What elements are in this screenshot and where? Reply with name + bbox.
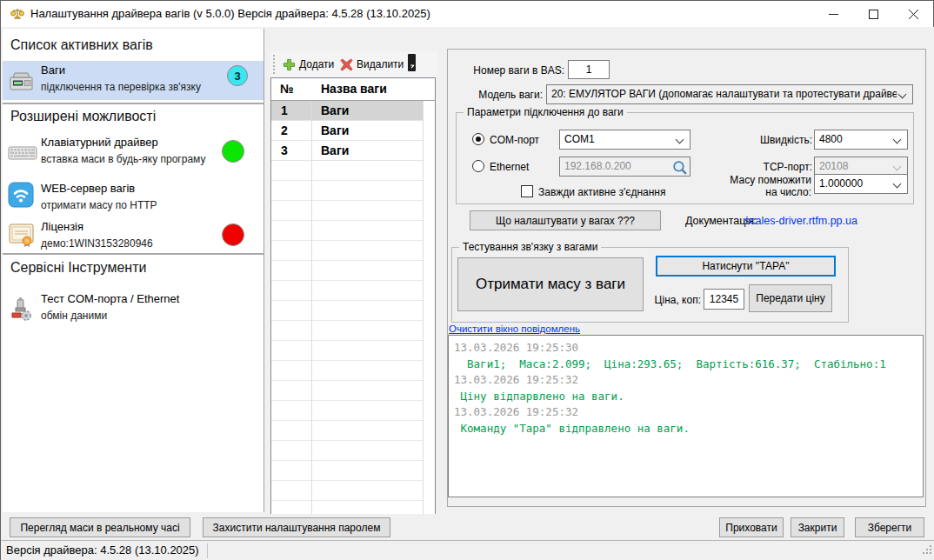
list-toolbar: Додати Видалити: [270, 51, 437, 77]
sidebar-item-title: Тест COM-порта / Ethernet: [41, 292, 179, 305]
hide-button[interactable]: Приховати: [719, 517, 784, 537]
toolbar-grip: [273, 55, 275, 74]
sidebar-item-title: Ліцензія: [41, 220, 83, 233]
mass-multiplier-select[interactable]: 1.000000: [814, 174, 908, 194]
add-scale-button[interactable]: Додати: [283, 54, 334, 75]
wifi-icon: [8, 182, 34, 211]
sidebar-item-subtitle: демо:1WIN3153280946: [41, 237, 153, 250]
section-active-scales: Список активних вагів: [10, 37, 153, 53]
mass-multiplier-value: 1.000000: [819, 177, 891, 190]
section-advanced: Розширені можливості: [10, 109, 156, 124]
row-name: Ваги: [321, 123, 349, 137]
chevron-down-icon: [893, 163, 902, 171]
maximize-button[interactable]: [853, 1, 893, 27]
com-port-radio-label[interactable]: COM-порт: [490, 134, 539, 146]
status-indicator-red: [222, 223, 244, 246]
sidebar-item-subtitle: вставка маси в будь-яку програму: [41, 153, 205, 165]
scales-list-panel: Додати Видалити № Назва ваги 1 Ваги: [270, 51, 437, 531]
always-active-label[interactable]: Завжди активне з'єднання: [538, 186, 665, 198]
price-input[interactable]: [704, 289, 744, 310]
search-icon[interactable]: [671, 159, 688, 179]
empty-grid-rows: [271, 161, 424, 530]
resize-grip[interactable]: [922, 543, 932, 558]
bas-number-input[interactable]: [568, 60, 610, 79]
sidebar-item-com-test[interactable]: Тест COM-порта / Ethernet обмін даними: [3, 290, 264, 324]
sidebar-item-license[interactable]: Ліцензія демо:1WIN3153280946: [3, 217, 264, 252]
ethernet-radio-label[interactable]: Ethernet: [490, 161, 529, 173]
log-timestamp: 13.03.2026 19:25:30: [454, 340, 917, 357]
table-row[interactable]: 3 Ваги: [271, 141, 424, 161]
scale-settings-panel: Номер ваги в BAS: Модель ваги: 20: ЕМУЛЯ…: [447, 49, 926, 507]
chevron-down-icon: [893, 136, 902, 144]
what-to-configure-button[interactable]: Що налаштувати у вагах ???: [470, 210, 661, 230]
sidebar-item-title: WEB-сервер вагів: [41, 182, 135, 195]
close-app-button[interactable]: Закрити: [791, 517, 844, 537]
message-log: 13.03.2026 19:25:30 Ваги1; Маса:2.099; Ц…: [448, 335, 924, 497]
clear-log-link[interactable]: Очистити вікно повідомлень: [449, 323, 580, 334]
tcp-port-value: 20108: [819, 160, 891, 172]
toolbar-overflow-icon[interactable]: [405, 53, 418, 74]
multiply-mass-label: Масу помножити на число:: [724, 174, 811, 198]
scales-app-icon: [10, 7, 24, 21]
keyboard-icon: [8, 143, 37, 166]
always-active-checkbox[interactable]: [521, 185, 533, 197]
log-message: Команду "Тара" відправлено на ваги.: [454, 421, 917, 437]
log-timestamp: 13.03.2026 19:25:32: [454, 372, 917, 389]
save-button[interactable]: Зберегти: [855, 517, 924, 537]
model-label: Модель ваги:: [457, 89, 543, 101]
sidebar-item-keyboard-driver[interactable]: Клавіатурний драйвер вставка маси в будь…: [3, 133, 264, 170]
row-name: Ваги: [321, 143, 349, 157]
speed-value: 4800: [819, 133, 891, 145]
scale-model-select[interactable]: 20: ЕМУЛЯТОР ВАГИ (допомагає налаштувати…: [546, 84, 913, 104]
sidebar-item-web-server[interactable]: WEB-сервер вагів отримати масу по HTTP: [3, 179, 264, 216]
realtime-mass-button[interactable]: Перегляд маси в реальному часі: [10, 517, 190, 537]
remove-scale-button[interactable]: Видалити: [340, 54, 404, 75]
sidebar-item-subtitle: підключення та перевірка зв'язку: [41, 81, 201, 93]
connection-group-title: Параметри підключення до ваги: [464, 106, 627, 118]
connection-test-group: Тестування зв'язку з вагами Отримати мас…: [451, 247, 849, 323]
sidebar-item-scales[interactable]: Ваги підключення та перевірка зв'язку 3: [3, 61, 264, 100]
protect-settings-button[interactable]: Захистити налаштування паролем: [203, 517, 390, 537]
close-button[interactable]: [893, 1, 933, 27]
get-mass-button[interactable]: Отримати масу з ваги: [457, 257, 644, 311]
sidebar-item-title: Клавіатурний драйвер: [41, 136, 158, 149]
row-name: Ваги: [321, 103, 349, 117]
speed-select[interactable]: 4800: [814, 130, 908, 150]
chevron-down-icon: [676, 136, 684, 144]
col-header-number: №: [280, 82, 294, 96]
table-row[interactable]: 2 Ваги: [271, 121, 424, 141]
press-tara-button[interactable]: Натиснути "ТАРА": [656, 256, 836, 277]
documentation-link[interactable]: scales-driver.rtfm.pp.ua: [744, 215, 857, 227]
add-icon: [283, 58, 296, 71]
divider: [3, 103, 264, 104]
connection-params-group: Параметри підключення до ваги COM-порт C…: [456, 112, 914, 204]
price-label: Ціна, коп:: [650, 294, 701, 306]
active-scales-count-badge: 3: [227, 65, 248, 86]
main-content: Список активних вагів Ваги підключення т…: [1, 27, 934, 514]
status-bar: Версія драйвера: 4.5.28 (13.10.2025): [1, 540, 934, 560]
add-label: Додати: [299, 58, 334, 70]
sidebar: Список активних вагів Ваги підключення т…: [3, 29, 264, 512]
ip-address-input[interactable]: 192.168.0.200: [559, 157, 690, 177]
sidebar-item-subtitle: обмін даними: [41, 310, 107, 322]
test-group-title: Тестування зв'язку з вагами: [459, 241, 601, 253]
minimize-button[interactable]: [813, 1, 853, 27]
log-timestamp: 13.03.2026 19:25:32: [454, 404, 917, 421]
multiply-mass-label-line2: на число:: [765, 186, 811, 198]
com-port-radio[interactable]: [472, 133, 484, 145]
log-message: Ваги1; Маса:2.099; Ціна:293.65; Вартість…: [454, 357, 917, 373]
footer-bar: Перегляд маси в реальному часі Захистити…: [1, 514, 934, 540]
com-port-value: COM1: [564, 133, 674, 145]
delete-icon: [340, 58, 353, 71]
com-port-select[interactable]: COM1: [559, 130, 690, 150]
multiply-mass-label-line1: Масу помножити: [730, 174, 811, 186]
sidebar-item-title: Ваги: [41, 63, 65, 77]
speed-label: Швидкість:: [744, 134, 812, 146]
ethernet-radio[interactable]: [472, 160, 484, 172]
bas-number-label: Номер ваги в BAS:: [457, 64, 564, 77]
send-price-button[interactable]: Передати ціну: [749, 284, 832, 312]
table-row[interactable]: 1 Ваги: [271, 101, 424, 121]
column-divider: [423, 101, 424, 530]
tcp-port-label: TCP-порт:: [744, 161, 812, 173]
scales-table: № Назва ваги 1 Ваги 2 Ваги 3 Ваги: [270, 77, 436, 530]
